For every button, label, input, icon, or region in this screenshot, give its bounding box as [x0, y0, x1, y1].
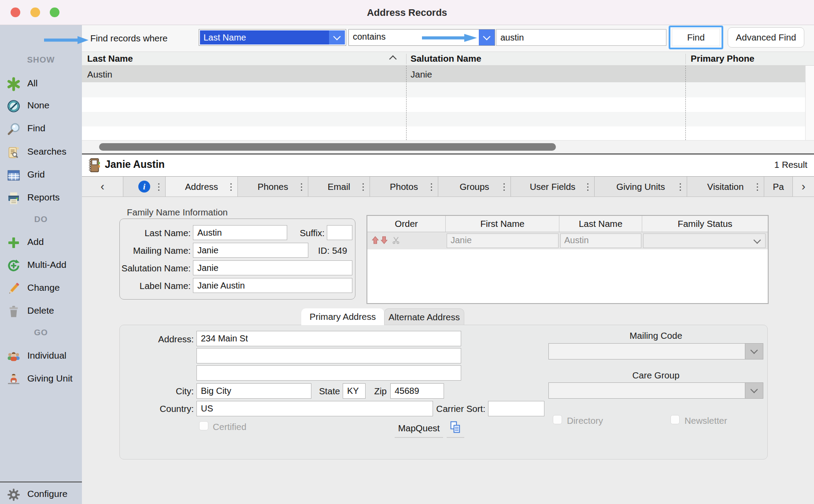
column-header-salutation-name[interactable]: Salutation Name [411, 53, 481, 64]
move-up-icon[interactable] [372, 236, 379, 245]
sidebar-item-delete[interactable]: Delete [0, 304, 82, 319]
copy-address-button[interactable] [447, 419, 464, 438]
find-button[interactable]: Find [672, 29, 720, 46]
sidebar-item-searches[interactable]: Searches [0, 145, 82, 160]
member-last-name: Austin [560, 233, 641, 248]
sidebar-item-all[interactable]: All [0, 76, 82, 92]
care-group-select[interactable] [548, 382, 763, 399]
mailing-name-field[interactable] [193, 243, 308, 258]
family-info-title: Family Name Information [127, 207, 228, 218]
tab-visitation[interactable]: Visitation [687, 177, 764, 196]
vertical-scrollbar-track[interactable] [805, 66, 814, 140]
last-name-field[interactable] [193, 225, 287, 240]
gear-icon [7, 488, 21, 502]
sidebar-item-grid[interactable]: Grid [0, 167, 82, 183]
sidebar-item-add[interactable]: Add [0, 235, 82, 251]
address-line1-field[interactable] [196, 331, 461, 346]
column-header-last-name[interactable]: Last Name [87, 53, 133, 64]
copy-pages-icon [449, 421, 462, 436]
salutation-name-field[interactable] [193, 260, 352, 275]
sidebar-item-individual[interactable]: Individual [0, 348, 82, 364]
table-row-empty[interactable] [82, 97, 814, 112]
tab-options-icon[interactable] [680, 186, 681, 188]
sidebar-item-label: All [27, 78, 37, 89]
sidebar-heading-show: SHOW [0, 55, 82, 65]
carrier-sort-label: Carrier Sort: [419, 404, 485, 414]
tab-options-icon[interactable] [503, 186, 505, 188]
suffix-field[interactable] [327, 225, 352, 240]
record-header: Janie Austin 1 Result [82, 155, 814, 176]
directory-checkbox[interactable] [553, 415, 562, 424]
sidebar-item-label: Configure [27, 489, 67, 499]
state-label: State [296, 386, 340, 397]
members-column-family-status: Family Status [642, 216, 768, 232]
member-family-status-select[interactable] [643, 233, 766, 248]
magnifier-icon [7, 122, 21, 136]
tab-options-icon[interactable] [431, 186, 432, 188]
field-select[interactable]: Last Name [199, 29, 346, 46]
search-list-icon [7, 145, 21, 159]
operator-select[interactable]: contains [348, 29, 495, 46]
table-row-selected[interactable]: Austin Janie [82, 66, 814, 83]
tab-primary-address[interactable]: Primary Address [301, 308, 384, 325]
move-down-icon[interactable] [381, 236, 388, 245]
title-bar: Address Records [0, 0, 814, 25]
tab-alternate-address[interactable]: Alternate Address [384, 308, 464, 325]
tab-options-icon[interactable] [587, 186, 588, 188]
sidebar-item-reports[interactable]: Reports [0, 190, 82, 206]
member-row[interactable]: Janie Austin [367, 232, 768, 249]
sidebar-item-find[interactable]: Find [0, 121, 82, 137]
column-header-primary-phone[interactable]: Primary Phone [691, 53, 755, 64]
salutation-name-label: Salutation Name: [103, 263, 191, 274]
city-field[interactable] [196, 383, 311, 399]
sidebar-item-change[interactable]: Change [0, 281, 82, 296]
tab-email[interactable]: Email [308, 177, 370, 196]
tab-options-icon[interactable] [301, 186, 302, 188]
detach-scissors-icon[interactable] [392, 236, 400, 244]
tab-truncated[interactable]: Pa [764, 177, 793, 196]
certified-checkbox[interactable] [199, 421, 208, 430]
tab-scroll-left[interactable]: ‹ [82, 177, 123, 196]
zip-field[interactable] [390, 383, 444, 399]
tab-phones[interactable]: Phones [238, 177, 308, 196]
sidebar-item-label: Individual [27, 350, 67, 361]
result-count: 1 Result [774, 159, 807, 170]
tab-options-icon[interactable] [363, 186, 364, 188]
cell-salutation-name: Janie [411, 69, 432, 80]
advanced-find-button[interactable]: Advanced Find [728, 27, 804, 48]
tab-info[interactable]: i [123, 177, 166, 196]
tab-address[interactable]: Address [166, 177, 238, 196]
newsletter-checkbox[interactable] [670, 415, 680, 424]
country-field[interactable] [196, 401, 433, 416]
horizontal-scrollbar-track[interactable] [82, 140, 814, 153]
tab-user-fields[interactable]: User Fields [511, 177, 595, 196]
mailing-code-select[interactable] [548, 343, 763, 359]
tab-photos[interactable]: Photos [370, 177, 438, 196]
tab-groups[interactable]: Groups [438, 177, 511, 196]
column-divider[interactable] [685, 66, 686, 140]
table-row-empty[interactable] [82, 126, 814, 140]
tab-options-icon[interactable] [230, 186, 232, 188]
sidebar-item-none[interactable]: None [0, 98, 82, 114]
city-label: City: [128, 386, 194, 397]
table-row-empty[interactable] [82, 83, 814, 97]
table-row-empty[interactable] [82, 112, 814, 126]
sidebar-item-label: Grid [27, 169, 45, 180]
tab-scroll-right[interactable]: › [793, 177, 814, 196]
address-line3-field[interactable] [196, 365, 461, 381]
carrier-sort-field[interactable] [488, 401, 544, 416]
horizontal-scrollbar-thumb[interactable] [99, 143, 556, 151]
newsletter-label: Newsletter [684, 415, 727, 426]
sidebar-item-configure[interactable]: Configure [0, 487, 82, 503]
column-divider[interactable] [406, 66, 407, 140]
tab-label: Address [185, 182, 218, 192]
mapquest-button[interactable]: MapQuest [395, 419, 443, 438]
search-input[interactable] [496, 29, 666, 46]
tab-options-icon[interactable] [757, 186, 758, 188]
tab-options-icon[interactable] [158, 186, 159, 188]
address-line2-field[interactable] [196, 348, 461, 363]
label-name-field[interactable] [193, 278, 352, 293]
sidebar-item-multi-add[interactable]: Multi-Add [0, 258, 82, 274]
sidebar-item-giving-unit[interactable]: Giving Unit [0, 371, 82, 387]
tab-giving-units[interactable]: Giving Units [595, 177, 687, 196]
